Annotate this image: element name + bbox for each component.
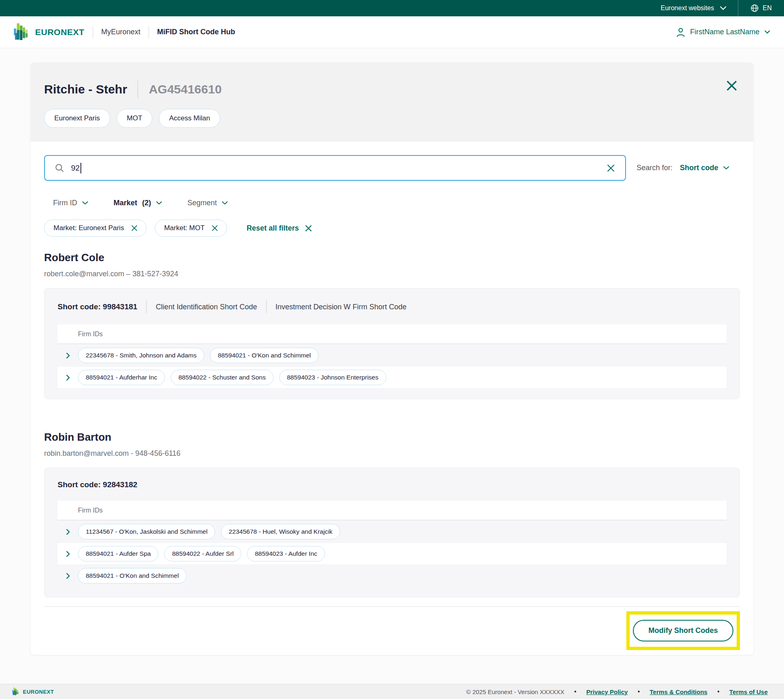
text-cursor	[80, 163, 81, 173]
footer-link-terms-conditions[interactable]: Terms & Conditions	[650, 688, 707, 695]
firm-id-chip: 11234567 - O'Kon, Jaskolski and Schimmel	[78, 524, 215, 539]
search-icon	[55, 163, 65, 173]
short-code-type-label: Client Identification Short Code	[156, 303, 257, 311]
firm-id-chip: 88594021 - O'Kon and Schimmel	[210, 348, 318, 363]
highlight-annotation: Modify Short Codes	[626, 611, 740, 650]
firm-id-row: 88594021 - Aufderhar Inc88594022 - Schus…	[58, 367, 726, 388]
firm-id-row: 88594021 - O'Kon and Schimmel	[58, 565, 726, 586]
person-name: Robin Barton	[44, 431, 740, 444]
firm-ids-table: Firm IDs11234567 - O'Kon, Jaskolski and …	[58, 501, 726, 586]
euronext-logo[interactable]: EURONEXT	[14, 22, 85, 42]
firm-code: AG45416610	[149, 82, 221, 96]
short-code-value: Short code: 92843182	[58, 480, 137, 489]
filter-label: Firm ID	[53, 199, 77, 207]
euronext-websites-dropdown[interactable]: Euronext websites	[649, 4, 738, 12]
app-footer: EURONEXT © 2025 Euronext - Version XXXXX…	[0, 684, 784, 699]
firm-id-chip: 88594021 - Aufder Spa	[78, 546, 158, 561]
euronext-wordmark: EURONEXT	[35, 27, 85, 37]
filter-dropdowns: Firm IDMarket(2)Segment	[44, 199, 740, 207]
chevron-right-icon	[66, 551, 70, 557]
expand-row-button[interactable]	[58, 529, 78, 535]
language-code: EN	[763, 4, 772, 12]
person-contact: robin.barton@marvel.com - 948-456-6116	[44, 449, 740, 458]
expand-row-button[interactable]	[58, 375, 78, 381]
footer-link-privacy-policy[interactable]: Privacy Policy	[586, 688, 628, 695]
footer-link-terms-of-use[interactable]: Terms of Use	[729, 688, 768, 695]
language-selector[interactable]: EN	[738, 4, 784, 12]
filter-segment[interactable]: Segment	[187, 199, 228, 207]
euronext-logo-icon	[12, 687, 20, 696]
chevron-down-icon	[723, 166, 729, 170]
short-code-card: Short code: 92843182Firm IDs11234567 - O…	[44, 468, 740, 597]
code-type-divider	[146, 301, 147, 313]
short-code-line: Short code: 92843182	[58, 480, 726, 489]
chevron-right-icon	[66, 353, 70, 359]
active-filter-chip: Market: Euronext Paris	[44, 220, 147, 237]
firm-id-chip: 22345678 - Huel, Wisoky and Krajcik	[221, 524, 340, 539]
expand-row-button[interactable]	[58, 551, 78, 557]
reset-all-filters-button[interactable]: Reset all filters	[247, 224, 312, 233]
short-code-type-label: Investment Decision W Firm Short Code	[276, 303, 407, 311]
chevron-down-icon	[720, 6, 726, 10]
firm-id-chip: 88594021 - Aufderhar Inc	[78, 370, 165, 385]
expand-row-button[interactable]	[58, 353, 78, 359]
reset-all-filters-label: Reset all filters	[247, 224, 299, 233]
remove-filter-icon[interactable]	[211, 224, 218, 232]
filter-label: Segment	[187, 199, 217, 207]
clear-search-icon[interactable]	[606, 164, 615, 173]
chevron-right-icon	[66, 529, 70, 535]
firm-id-chip: 88594022 - Aufder Srl	[164, 546, 241, 561]
firm-ids-header-label: Firm IDs	[78, 331, 102, 338]
globe-icon	[751, 4, 759, 12]
firm-id-row: 88594021 - Aufder Spa88594022 - Aufder S…	[58, 543, 726, 564]
active-filter-label: Market: MOT	[164, 224, 205, 232]
person-result: Robin Bartonrobin.barton@marvel.com - 94…	[44, 431, 740, 597]
footer-separator-dot: •	[637, 688, 640, 695]
person-name: Robert Cole	[44, 251, 740, 264]
code-type-divider	[266, 301, 267, 313]
market-tags: Euronext ParisMOTAccess Milan	[44, 109, 738, 128]
title-divider	[138, 80, 138, 98]
firm-ids-table: Firm IDs22345678 - Smith, Johnson and Ad…	[58, 324, 726, 388]
person-result: Robert Colerobert.cole@marvel.com – 381-…	[44, 251, 740, 399]
close-icon[interactable]	[726, 80, 738, 92]
top-utility-bar: Euronext websites EN	[0, 0, 784, 16]
remove-filter-icon[interactable]	[131, 224, 138, 232]
firm-title: Ritchie - Stehr	[44, 82, 127, 96]
search-for-label: Search for:	[637, 164, 673, 172]
search-input[interactable]: 92	[44, 155, 626, 181]
panel-header: Ritchie - Stehr AG45416610 Euronext Pari…	[31, 62, 753, 142]
filter-firm-id[interactable]: Firm ID	[53, 199, 88, 207]
firm-id-row: 22345678 - Smith, Johnson and Adams88594…	[58, 345, 726, 366]
search-value: 92	[71, 164, 80, 173]
clear-filters-icon	[305, 224, 312, 232]
user-name: FirstName LastName	[690, 28, 760, 36]
firm-id-chip: 88594023 - Aufder Inc	[247, 546, 325, 561]
filter-count: (2)	[142, 199, 151, 207]
filter-market[interactable]: Market(2)	[114, 199, 162, 207]
search-results: Robert Colerobert.cole@marvel.com – 381-…	[44, 251, 740, 597]
search-for-dropdown[interactable]: Short code	[680, 164, 729, 172]
copyright-text: © 2025 Euronext - Version XXXXXX	[466, 688, 564, 695]
modify-short-codes-button[interactable]: Modify Short Codes	[633, 620, 733, 641]
nav-mifid-short-code-hub[interactable]: MiFID Short Code Hub	[157, 28, 235, 36]
expand-row-button[interactable]	[58, 573, 78, 579]
active-filters-row: Market: Euronext ParisMarket: MOT Reset …	[44, 220, 740, 237]
firm-id-chip: 88594022 - Schuster and Sons	[171, 370, 274, 385]
market-tag: Euronext Paris	[44, 109, 110, 128]
market-tag: Access Milan	[159, 109, 220, 128]
chevron-down-icon	[222, 201, 228, 205]
chevron-right-icon	[66, 375, 70, 381]
nav-myeuronext[interactable]: MyEuronext	[101, 28, 140, 36]
firm-ids-header: Firm IDs	[58, 324, 726, 344]
active-filter-label: Market: Euronext Paris	[53, 224, 124, 232]
short-code-card: Short code: 99843181Client Identificatio…	[44, 288, 740, 399]
chevron-down-icon	[156, 201, 162, 205]
market-tag: MOT	[117, 109, 153, 128]
footer-separator-dot: •	[717, 688, 719, 695]
firm-ids-header-label: Firm IDs	[78, 507, 102, 514]
footer-separator-dot: •	[574, 688, 577, 695]
header-divider	[149, 26, 149, 38]
active-filter-chip: Market: MOT	[155, 220, 227, 237]
user-menu[interactable]: FirstName LastName	[676, 27, 770, 37]
